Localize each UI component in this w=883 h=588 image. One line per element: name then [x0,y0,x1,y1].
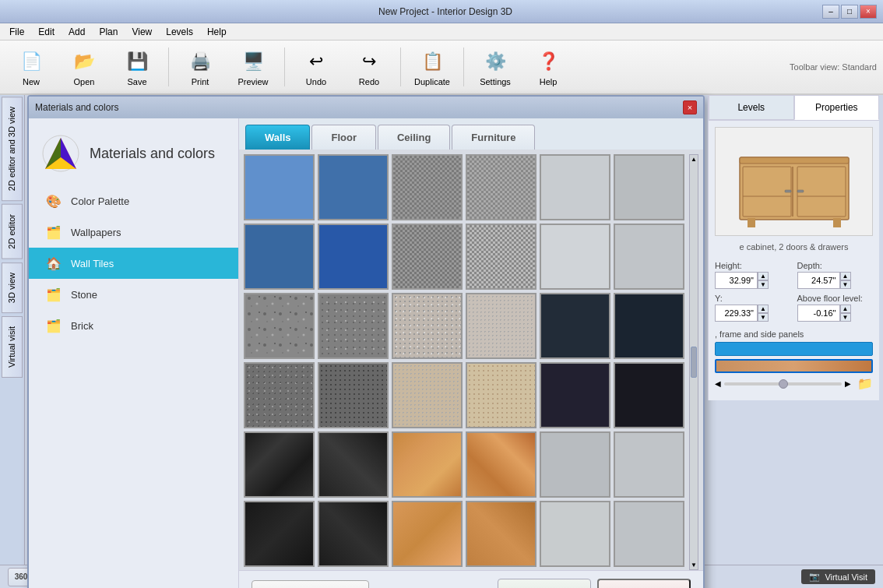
tile-item[interactable] [614,224,684,290]
tile-item[interactable] [466,501,536,567]
slider-thumb[interactable] [779,379,788,389]
y-input[interactable] [715,305,758,322]
tile-item[interactable] [244,362,315,428]
tile-item[interactable] [540,154,610,220]
tile-item[interactable] [318,224,389,290]
above-floor-down-button[interactable]: ▼ [840,313,851,322]
scrollbar[interactable]: ▲ ▼ [689,154,698,570]
print-button[interactable]: 🖨️ Print [175,44,225,90]
tile-item[interactable] [466,293,536,359]
cancel-button[interactable]: ✗ Cancel [597,579,691,588]
above-floor-up-button[interactable]: ▲ [840,305,851,313]
preview-button[interactable]: 🖥️ Preview [228,44,278,90]
tab-properties[interactable]: Properties [794,95,880,120]
virtual-visit-button[interactable]: 📷 Virtual Visit [801,569,875,584]
depth-input[interactable] [797,272,840,289]
tab-floor[interactable]: Floor [311,125,376,150]
y-down-button[interactable]: ▼ [758,313,769,322]
tab-walls[interactable]: Walls [245,125,310,150]
close-button[interactable]: × [860,5,877,19]
side-tab-3d[interactable]: 3D view [2,262,23,313]
menu-plan[interactable]: Plan [93,25,124,39]
menu-edit[interactable]: Edit [32,25,61,39]
menu-help[interactable]: Help [201,25,233,39]
side-tab-virtual[interactable]: Virtual visit [2,316,23,378]
tile-item[interactable] [318,154,389,220]
menu-view[interactable]: View [125,25,158,39]
settings-button[interactable]: ⚙️ Settings [470,44,520,90]
tab-levels[interactable]: Levels [709,95,794,120]
y-up-button[interactable]: ▲ [758,305,769,313]
menu-add[interactable]: Add [62,25,91,39]
maximize-button[interactable]: □ [841,5,858,19]
wood-strip[interactable] [715,359,873,373]
sidebar-item-color-palette[interactable]: 🎨 Color Palette [29,185,238,217]
tile-item[interactable] [318,431,389,498]
tile-item[interactable] [466,362,536,428]
add-materials-button[interactable]: + Add Own Materials [252,580,369,589]
depth-up-button[interactable]: ▲ [840,272,851,280]
tile-item[interactable] [614,501,684,567]
tile-item[interactable] [244,154,315,220]
height-up-button[interactable]: ▲ [758,272,769,280]
tile-item[interactable] [392,501,463,567]
apply-button[interactable]: ✓ Apply [498,579,591,588]
tile-item[interactable] [318,501,389,567]
undo-button[interactable]: ↩ Undo [291,44,341,90]
sidebar-item-wall-tiles[interactable]: 🏠 Wall Tiles [29,248,238,279]
save-button[interactable]: 💾 Save [112,44,162,90]
sidebar-item-wallpapers[interactable]: 🗂️ Wallpapers [29,217,238,248]
sidebar-item-brick[interactable]: 🗂️ Brick [29,310,238,341]
scroll-up-button[interactable]: ▲ [691,156,697,163]
above-floor-input[interactable] [797,305,840,322]
tile-item[interactable] [318,293,389,359]
tile-item[interactable] [392,362,463,428]
tile-item[interactable] [244,431,315,498]
side-tab-2d3d[interactable]: 2D editor and 3D view [2,97,23,201]
tile-item[interactable] [392,293,463,359]
above-floor-spinner[interactable]: ▲ ▼ [840,305,851,322]
tile-item[interactable] [540,362,610,428]
y-spinner[interactable]: ▲ ▼ [758,305,769,322]
tiles-scroll-area[interactable] [244,154,689,570]
sidebar-item-stone[interactable]: 🗂️ Stone [29,279,238,310]
scroll-thumb[interactable] [691,347,697,378]
tile-item[interactable] [466,224,536,290]
tile-item[interactable] [614,154,684,220]
tile-item[interactable] [318,362,389,428]
folder-icon[interactable]: 📁 [857,376,873,391]
tile-item[interactable] [614,431,684,498]
menu-file[interactable]: File [3,25,30,39]
tile-item[interactable] [540,431,610,498]
height-down-button[interactable]: ▼ [758,280,769,289]
tile-item[interactable] [244,293,315,359]
tab-furniture[interactable]: Furniture [452,125,535,150]
tile-item[interactable] [540,293,610,359]
tab-ceiling[interactable]: Ceiling [378,125,450,150]
new-button[interactable]: 📄 New [6,44,56,90]
slider-track[interactable] [724,382,842,386]
tile-item[interactable] [244,501,315,567]
open-button[interactable]: 📂 Open [59,44,109,90]
tile-item[interactable] [540,224,610,290]
minimize-button[interactable]: – [822,5,839,19]
depth-spinner[interactable]: ▲ ▼ [840,272,851,289]
redo-button[interactable]: ↪ Redo [344,44,394,90]
scroll-down-button[interactable]: ▼ [691,562,697,569]
tile-item[interactable] [392,431,463,498]
depth-down-button[interactable]: ▼ [840,280,851,289]
height-input[interactable] [715,272,758,289]
height-spinner[interactable]: ▲ ▼ [758,272,769,289]
tile-item[interactable] [614,362,684,428]
side-tab-2d[interactable]: 2D editor [2,204,23,259]
duplicate-button[interactable]: 📋 Duplicate [407,44,457,90]
tile-item[interactable] [392,224,463,290]
help-button[interactable]: ❓ Help [523,44,573,90]
dialog-close-button[interactable]: × [683,100,697,114]
menu-levels[interactable]: Levels [160,25,199,39]
tile-item[interactable] [466,154,536,220]
tile-item[interactable] [466,431,536,498]
tile-item[interactable] [244,224,315,290]
tile-item[interactable] [540,501,610,567]
tile-item[interactable] [614,293,684,359]
